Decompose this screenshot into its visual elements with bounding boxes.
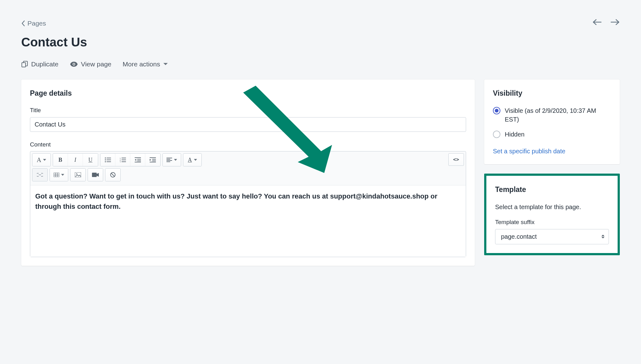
bold-button[interactable]: B <box>53 154 68 166</box>
content-body[interactable]: Got a question? Want to get in touch wit… <box>30 185 466 257</box>
more-actions-button[interactable]: More actions <box>123 60 168 69</box>
page-title: Contact Us <box>21 33 168 51</box>
table-dropdown[interactable] <box>50 169 68 181</box>
svg-point-3 <box>105 157 106 159</box>
no-entry-icon <box>110 172 116 178</box>
template-helper: Select a template for this page. <box>495 203 609 211</box>
caret-down-icon <box>43 159 46 161</box>
visibility-visible-radio[interactable]: Visible (as of 2/9/2020, 10:37 AM EST) <box>493 106 611 124</box>
svg-rect-8 <box>107 161 111 162</box>
svg-rect-4 <box>107 158 111 158</box>
svg-text:3: 3 <box>120 161 121 162</box>
image-icon <box>75 172 81 177</box>
template-suffix-label: Template suffix <box>495 218 609 227</box>
duplicate-icon <box>21 61 28 68</box>
svg-rect-34 <box>92 173 97 177</box>
svg-rect-16 <box>137 159 141 160</box>
template-suffix-select[interactable] <box>495 229 609 244</box>
svg-rect-0 <box>22 63 26 67</box>
next-page-button[interactable] <box>610 19 620 28</box>
svg-rect-6 <box>107 160 111 160</box>
title-input[interactable] <box>30 117 466 132</box>
rich-text-editor: A B I U <box>30 151 466 257</box>
page-details-heading: Page details <box>30 88 466 98</box>
radio-selected-icon <box>493 107 500 114</box>
align-left-icon <box>166 158 172 162</box>
visibility-hidden-radio[interactable]: Hidden <box>493 130 611 139</box>
visibility-visible-label: Visible (as of 2/9/2020, 10:37 AM EST) <box>505 106 611 124</box>
view-page-button[interactable]: View page <box>70 60 112 69</box>
format-dropdown[interactable]: A <box>32 154 51 166</box>
link-button[interactable] <box>32 169 47 181</box>
arrow-right-icon <box>610 19 620 26</box>
svg-point-2 <box>73 64 75 65</box>
visibility-card: Visibility Visible (as of 2/9/2020, 10:3… <box>484 79 620 164</box>
svg-rect-20 <box>152 159 156 160</box>
bullet-list-icon <box>105 157 111 162</box>
content-label: Content <box>30 141 466 149</box>
numbered-list-icon: 123 <box>120 157 126 162</box>
caret-down-icon <box>61 174 64 176</box>
caret-down-icon <box>163 63 168 66</box>
svg-rect-14 <box>122 161 126 162</box>
svg-rect-26 <box>166 161 170 162</box>
svg-point-7 <box>105 161 106 162</box>
set-publish-date-link[interactable]: Set a specific publish date <box>493 147 565 156</box>
numbered-list-button[interactable]: 123 <box>115 154 130 166</box>
link-icon <box>37 173 43 177</box>
svg-rect-12 <box>122 160 126 160</box>
bullet-list-button[interactable] <box>100 154 115 166</box>
table-icon <box>54 173 59 177</box>
code-view-toggle[interactable]: <> <box>448 153 464 166</box>
more-actions-label: More actions <box>123 60 160 69</box>
svg-rect-25 <box>166 160 172 161</box>
svg-line-36 <box>111 173 115 177</box>
svg-rect-10 <box>122 158 126 158</box>
caret-down-icon <box>174 159 177 161</box>
template-heading: Template <box>495 184 609 194</box>
image-button[interactable] <box>70 169 85 181</box>
prev-page-button[interactable] <box>592 19 602 28</box>
page-details-card: Page details Title Content <box>21 79 475 266</box>
eye-icon <box>70 61 78 67</box>
svg-point-5 <box>105 159 106 160</box>
arrow-left-icon <box>592 19 602 26</box>
svg-rect-24 <box>166 159 170 160</box>
chevron-left-icon <box>21 20 26 27</box>
video-icon <box>92 173 99 177</box>
outdent-button[interactable] <box>130 154 145 166</box>
align-dropdown[interactable] <box>163 154 181 166</box>
underline-button[interactable]: U <box>83 154 98 166</box>
indent-icon <box>150 157 156 162</box>
breadcrumb-label: Pages <box>27 19 46 28</box>
duplicate-button[interactable]: Duplicate <box>21 60 59 69</box>
svg-rect-17 <box>137 160 141 161</box>
svg-rect-18 <box>135 162 141 162</box>
visibility-heading: Visibility <box>493 88 611 98</box>
title-label: Title <box>30 106 466 115</box>
svg-rect-19 <box>150 157 156 158</box>
video-button[interactable] <box>88 169 103 181</box>
svg-rect-22 <box>150 162 156 162</box>
outdent-icon <box>135 157 141 162</box>
svg-rect-21 <box>152 160 156 161</box>
caret-down-icon <box>194 159 197 161</box>
text-color-dropdown[interactable]: A <box>183 154 201 166</box>
template-highlight: Template Select a template for this page… <box>484 174 620 255</box>
svg-rect-23 <box>166 158 172 158</box>
visibility-hidden-label: Hidden <box>505 130 524 139</box>
breadcrumb-pages[interactable]: Pages <box>21 19 168 28</box>
clear-format-button[interactable] <box>105 169 120 181</box>
radio-unselected-icon <box>493 131 500 138</box>
view-page-label: View page <box>81 60 112 69</box>
svg-point-33 <box>76 173 77 175</box>
template-card: Template Select a template for this page… <box>486 176 618 253</box>
italic-button[interactable]: I <box>68 154 83 166</box>
svg-rect-15 <box>135 157 141 158</box>
duplicate-label: Duplicate <box>31 60 59 69</box>
svg-rect-27 <box>54 173 59 177</box>
indent-button[interactable] <box>145 154 160 166</box>
